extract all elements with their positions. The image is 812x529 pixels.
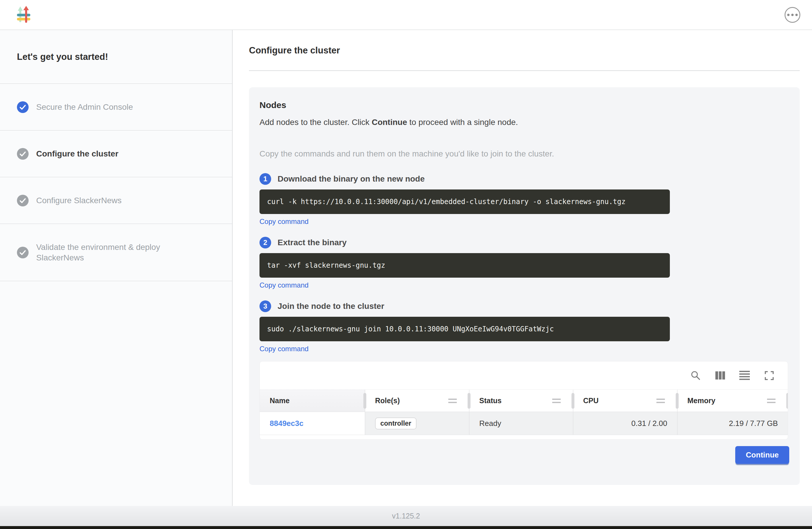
- check-circle-icon-pending: [17, 148, 29, 160]
- check-circle-icon-pending: [17, 247, 29, 258]
- ellipsis-menu-button[interactable]: [785, 7, 800, 23]
- card-actions: Continue: [260, 446, 789, 464]
- step-3-copy-command-link[interactable]: Copy command: [260, 345, 308, 353]
- column-menu-icon[interactable]: [448, 399, 457, 403]
- column-resize-handle[interactable]: [363, 393, 366, 409]
- step-1-number-badge: 1: [260, 173, 271, 185]
- step-3-title: Join the node to the cluster: [278, 302, 385, 311]
- sidebar-title: Let's get you started!: [0, 30, 232, 84]
- column-header-roles[interactable]: Role(s): [365, 390, 469, 412]
- sidebar-item-validate-deploy[interactable]: Validate the environment & deploy Slacke…: [0, 224, 232, 281]
- column-resize-handle[interactable]: [571, 393, 575, 409]
- setup-steps-sidebar: Let's get you started! Secure the Admin …: [0, 30, 233, 506]
- step-3-command-code: sudo ./slackernews-gnu join 10.0.0.11:30…: [260, 317, 670, 341]
- version-label: v1.125.2: [392, 512, 420, 520]
- column-header-status[interactable]: Status: [469, 390, 573, 412]
- column-menu-icon[interactable]: [656, 399, 665, 403]
- column-header-name[interactable]: Name: [260, 390, 365, 412]
- node-cpu-cell: 0.31 / 2.00: [573, 412, 677, 435]
- window-bottom-edge: [0, 526, 812, 529]
- node-name-cell: 8849ec3c: [260, 412, 365, 435]
- step-3-header: 3 Join the node to the cluster: [260, 300, 789, 312]
- step-2-command-code: tar -xvf slackernews-gnu.tgz: [260, 253, 670, 277]
- table-toolbar: [260, 361, 788, 389]
- step-2-number-badge: 2: [260, 237, 271, 248]
- sidebar-item-label: Configure SlackerNews: [36, 195, 122, 206]
- step-2-header: 2 Extract the binary: [260, 237, 789, 248]
- step-1-copy-command-link[interactable]: Copy command: [260, 217, 308, 226]
- nodes-intro-text: Add nodes to the cluster. Click Continue…: [260, 118, 789, 127]
- slackernews-logo: [17, 6, 30, 24]
- table-header-row: Name Role(s) Status CPU: [260, 389, 788, 412]
- step-2-copy-command-link[interactable]: Copy command: [260, 281, 308, 289]
- node-roles-cell: controller: [365, 412, 469, 435]
- sidebar-item-configure-cluster[interactable]: Configure the cluster: [0, 130, 232, 177]
- column-menu-icon[interactable]: [767, 399, 775, 403]
- step-1-title: Download the binary on the new node: [278, 174, 425, 184]
- column-resize-handle[interactable]: [676, 393, 679, 409]
- step-2-title: Extract the binary: [278, 238, 347, 247]
- role-chip: controller: [375, 417, 417, 429]
- column-resize-handle[interactable]: [468, 393, 470, 409]
- column-header-memory[interactable]: Memory: [677, 390, 788, 412]
- fullscreen-icon[interactable]: [764, 370, 774, 381]
- table-row: 8849ec3c controller Ready 0.31 / 2.00 2.…: [260, 412, 788, 435]
- sidebar-item-label: Validate the environment & deploy Slacke…: [36, 242, 209, 263]
- table-bottom-padding: [260, 435, 788, 439]
- column-resize-handle[interactable]: [786, 393, 788, 409]
- density-icon[interactable]: [739, 370, 750, 381]
- nodes-card-title: Nodes: [260, 100, 789, 110]
- sidebar-item-configure-slackernews[interactable]: Configure SlackerNews: [0, 177, 232, 224]
- check-circle-icon-pending: [17, 195, 29, 206]
- node-status-cell: Ready: [469, 412, 573, 435]
- check-circle-icon-complete: [17, 101, 29, 113]
- step-1-command-code: curl -k https://10.0.0.11:30000/api/v1/e…: [260, 189, 670, 214]
- node-name-link[interactable]: 8849ec3c: [270, 419, 304, 428]
- nodes-card: Nodes Add nodes to the cluster. Click Co…: [249, 87, 800, 485]
- top-header: [0, 0, 812, 30]
- page-title: Configure the cluster: [249, 45, 800, 56]
- continue-button[interactable]: Continue: [735, 446, 789, 464]
- view-columns-icon[interactable]: [715, 370, 725, 381]
- search-icon[interactable]: [690, 370, 701, 381]
- step-1-header: 1 Download the binary on the new node: [260, 173, 789, 185]
- sidebar-item-secure-admin-console[interactable]: Secure the Admin Console: [0, 84, 232, 130]
- nodes-table: Name Role(s) Status CPU: [260, 361, 788, 440]
- main-content: Configure the cluster Nodes Add nodes to…: [233, 30, 812, 506]
- copy-commands-note: Copy the commands and run them on the ma…: [260, 149, 789, 158]
- sidebar-item-label: Configure the cluster: [36, 148, 118, 159]
- title-divider: [249, 70, 800, 71]
- column-menu-icon[interactable]: [552, 399, 561, 403]
- sidebar-item-label: Secure the Admin Console: [36, 102, 133, 112]
- page-footer: v1.125.2: [0, 506, 812, 526]
- step-3-number-badge: 3: [260, 300, 271, 312]
- node-memory-cell: 2.19 / 7.77 GB: [677, 412, 788, 435]
- column-header-cpu[interactable]: CPU: [573, 390, 677, 412]
- ellipsis-icon: [787, 14, 789, 16]
